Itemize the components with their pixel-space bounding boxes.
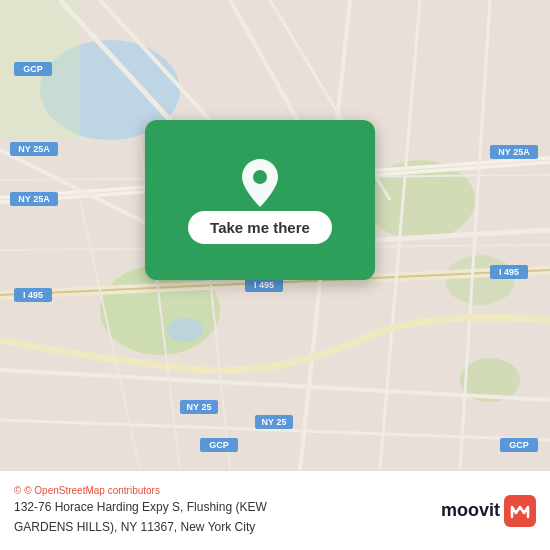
osm-credit: © © OpenStreetMap contributors xyxy=(14,485,441,496)
svg-point-3 xyxy=(445,255,515,305)
take-me-there-button[interactable]: Take me there xyxy=(188,211,332,244)
svg-point-5 xyxy=(167,318,203,342)
osm-icon: © xyxy=(14,485,21,496)
footer-bar: © © OpenStreetMap contributors 132-76 Ho… xyxy=(0,470,550,550)
moovit-icon xyxy=(504,495,536,527)
svg-text:NY 25A: NY 25A xyxy=(18,144,50,154)
svg-text:GCP: GCP xyxy=(23,64,43,74)
svg-text:NY 25A: NY 25A xyxy=(18,194,50,204)
osm-credit-text: © OpenStreetMap contributors xyxy=(24,485,160,496)
address-line1: 132-76 Horace Harding Expy S, Flushing (… xyxy=(14,499,441,516)
svg-text:I 495: I 495 xyxy=(254,280,274,290)
location-pin-icon xyxy=(238,157,282,201)
footer-left: © © OpenStreetMap contributors 132-76 Ho… xyxy=(14,485,441,536)
svg-point-50 xyxy=(253,170,267,184)
moovit-logo: moovit xyxy=(441,495,536,527)
svg-text:I 495: I 495 xyxy=(23,290,43,300)
address-line2: GARDENS HILLS), NY 11367, New York City xyxy=(14,519,441,536)
svg-text:GCP: GCP xyxy=(509,440,529,450)
map-card: Take me there xyxy=(145,120,375,280)
map-container: NY 25A NY 25A NY 25A I 495 I 495 I 495 N… xyxy=(0,0,550,470)
svg-text:I 495: I 495 xyxy=(499,267,519,277)
svg-text:NY 25: NY 25 xyxy=(187,402,212,412)
svg-text:GCP: GCP xyxy=(209,440,229,450)
svg-text:NY 25: NY 25 xyxy=(262,417,287,427)
moovit-text: moovit xyxy=(441,500,500,521)
svg-text:NY 25A: NY 25A xyxy=(498,147,530,157)
